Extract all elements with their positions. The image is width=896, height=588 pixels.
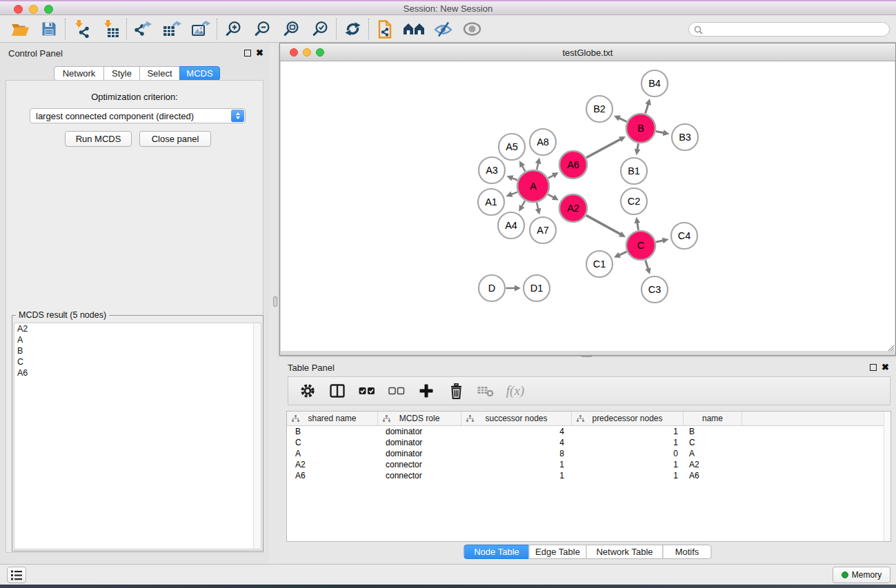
network-graph[interactable]: AA6A2BCA5A8A3A1A4A7B2B4B3B1C2C4C1C3DD1 [281,61,896,352]
graph-edge-D-D1[interactable] [506,285,521,292]
graph-node-C3[interactable]: C3 [641,276,668,303]
graph-edge-A2-C[interactable] [586,215,626,237]
float-panel-icon[interactable] [244,50,251,57]
graph-edge-A-A5[interactable] [519,161,525,171]
table-row[interactable]: A2connector11A2 [287,459,890,470]
graph-node-C2[interactable]: C2 [621,188,647,214]
cell-mcds-role[interactable]: connector [378,459,461,470]
first-neighbors-icon[interactable] [402,17,426,41]
new-network-from-selection-icon[interactable] [373,17,397,41]
graph-node-A2[interactable]: A2 [559,194,587,222]
mcds-result-item[interactable]: B [14,345,261,356]
save-session-icon[interactable] [37,17,61,41]
tab-network[interactable]: Network [54,66,104,81]
function-builder-icon[interactable]: f(x) [506,381,525,401]
export-network-icon[interactable] [131,17,155,41]
cell-successor-nodes[interactable]: 1 [461,470,572,481]
table-row[interactable]: Cdominator41C [287,437,890,448]
graph-edge-B-B1[interactable] [635,143,641,155]
cell-successor-nodes[interactable]: 8 [461,448,572,459]
graph-node-A7[interactable]: A7 [530,217,556,243]
export-image-icon[interactable] [189,17,212,41]
graph-edge-C-C4[interactable] [656,238,669,244]
cell-mcds-role[interactable]: connector [378,470,461,481]
graph-node-B2[interactable]: B2 [586,96,613,122]
float-panel-icon[interactable] [870,364,877,371]
graph-node-C4[interactable]: C4 [671,223,697,249]
export-table-icon[interactable] [160,17,183,41]
graph-edge-A-A3[interactable] [506,175,517,181]
cell-successor-nodes[interactable]: 4 [461,437,572,448]
graph-edge-A-A2[interactable] [548,194,559,201]
zoom-in-icon[interactable] [221,17,245,41]
import-network-icon[interactable] [70,17,93,41]
close-panel-button[interactable]: Close panel [139,131,211,147]
graph-edge-A-A7[interactable] [535,203,541,215]
graph-node-C1[interactable]: C1 [586,251,613,277]
graph-edge-A-A6[interactable] [548,172,559,178]
cell-shared-name[interactable]: C [287,437,378,448]
column-header-successor-nodes[interactable]: successor nodes [461,412,572,425]
cell-name[interactable]: A2 [684,459,742,470]
graph-edge-A6-B[interactable] [586,136,626,158]
deselect-all-checkboxes-icon[interactable] [387,381,406,401]
graph-node-A6[interactable]: A6 [559,151,587,179]
tab-node-table[interactable]: Node Table [464,545,530,559]
delete-column-icon[interactable] [446,381,466,401]
cell-name[interactable]: A [684,448,742,459]
cell-predecessor-nodes[interactable]: 1 [572,470,684,481]
mcds-list-scrollbar[interactable] [253,323,261,549]
graph-node-B[interactable]: B [626,114,655,143]
mcds-result-list[interactable]: A2ABCA6 [14,323,261,549]
show-hidden-icon[interactable] [460,17,484,41]
mcds-result-item[interactable]: A2 [14,323,261,334]
open-session-icon[interactable] [8,17,32,41]
run-mcds-button[interactable]: Run MCDS [65,131,132,147]
graph-node-A1[interactable]: A1 [478,189,504,215]
cell-shared-name[interactable]: A6 [287,470,378,481]
column-header-shared-name[interactable]: shared name [287,412,378,425]
graph-edge-B-B4[interactable] [645,99,650,114]
graph-node-D[interactable]: D [479,275,505,301]
graph-edge-B-B2[interactable] [614,116,627,122]
column-header-predecessor-nodes[interactable]: predecessor nodes [572,412,684,425]
zoom-selected-icon[interactable] [308,17,332,41]
cell-shared-name[interactable]: B [287,426,378,437]
column-header-mcds-role[interactable]: MCDS role [378,412,461,425]
graph-node-C[interactable]: C [626,231,655,260]
add-column-icon[interactable] [417,381,436,401]
criterion-select[interactable]: largest connected component (directed) [30,108,246,123]
select-all-checkboxes-icon[interactable] [357,381,377,401]
cell-shared-name[interactable]: A [287,448,378,459]
cell-successor-nodes[interactable]: 1 [461,459,572,470]
tab-mcds[interactable]: MCDS [179,66,220,81]
graph-node-A4[interactable]: A4 [498,212,524,239]
network-canvas[interactable]: AA6A2BCA5A8A3A1A4A7B2B4B3B1C2C4C1C3DD1 [281,61,895,351]
tab-style[interactable]: Style [103,66,140,81]
table-row[interactable]: Bdominator41B [287,426,890,437]
cell-successor-nodes[interactable]: 4 [461,426,572,437]
graph-node-B3[interactable]: B3 [672,124,698,150]
cell-name[interactable]: A6 [684,470,742,481]
mcds-result-item[interactable]: A6 [14,367,261,378]
search-input[interactable] [688,22,890,37]
cell-predecessor-nodes[interactable]: 0 [572,448,684,459]
gear-icon[interactable] [298,381,317,401]
table-row[interactable]: Adominator80A [287,448,890,459]
graph-edge-B-B3[interactable] [656,130,669,136]
table-scrollbar[interactable] [884,412,890,541]
graph-node-A[interactable]: A [517,170,549,202]
resize-grip-icon[interactable] [886,342,895,354]
cell-mcds-role[interactable]: dominator [378,448,461,459]
graph-node-B1[interactable]: B1 [621,158,647,184]
cell-mcds-role[interactable]: dominator [378,426,461,437]
cell-predecessor-nodes[interactable]: 1 [572,426,684,437]
graph-node-B4[interactable]: B4 [641,70,668,97]
network-window-titlebar[interactable]: testGlobe.txt [280,43,895,61]
delete-table-icon[interactable] [476,381,495,401]
cell-name[interactable]: C [684,437,742,448]
close-panel-icon[interactable]: ✖ [256,50,263,57]
hide-graphics-details-icon[interactable] [431,17,455,41]
mcds-result-item[interactable]: A [14,334,261,345]
graph-edge-A-A1[interactable] [506,192,518,197]
